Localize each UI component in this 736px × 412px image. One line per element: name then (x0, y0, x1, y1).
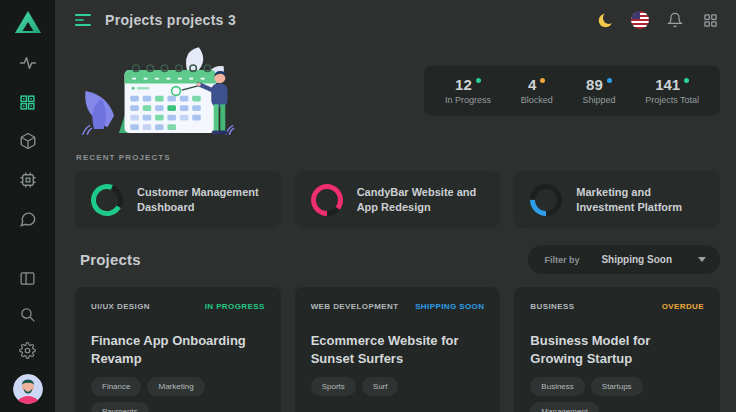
avatar-image (13, 374, 43, 404)
theme-toggle-button[interactable] (595, 10, 615, 30)
project-card[interactable]: WEB DEVELOPMENT SHIPPING SOON Ecommerce … (295, 287, 501, 412)
page-title: Projects projects 3 (105, 12, 236, 28)
calendar-illustration (75, 42, 237, 140)
main-content: Projects projects 3 (55, 0, 736, 412)
search-icon (19, 306, 36, 323)
app-logo[interactable] (14, 9, 42, 35)
recent-project-card[interactable]: Marketing and Investment Platform (514, 171, 720, 228)
sidebar-item-activity[interactable] (16, 51, 40, 75)
sidebar-item-search[interactable] (16, 302, 40, 326)
logo-triangle-icon (14, 9, 42, 35)
header-actions (595, 10, 720, 30)
apps-button[interactable] (700, 10, 720, 30)
project-title: Ecommerce Website for Sunset Surfers (311, 332, 485, 367)
chevron-down-icon (698, 257, 706, 262)
status-dot (476, 78, 481, 83)
stats-panel: 12 In Progress 4 Blocked 89 Shipped 141 … (424, 66, 720, 116)
recent-project-title: CandyBar Website and App Redesign (357, 185, 486, 215)
tag[interactable]: Surf (362, 377, 399, 396)
filter-label: Filter by (544, 255, 579, 265)
projects-heading: Projects (80, 251, 141, 268)
progress-ring (310, 183, 344, 217)
us-flag-icon (631, 11, 649, 29)
layout-panel-icon (19, 270, 36, 287)
stat-value: 89 (586, 76, 603, 93)
tag[interactable]: Sports (311, 377, 356, 396)
project-tags: Business Startups Management (530, 377, 704, 412)
dashboard-grid-icon (19, 94, 36, 111)
sidebar-bottom (13, 266, 43, 404)
project-status-badge: OVERDUE (662, 302, 704, 311)
recent-project-card[interactable]: Customer Management Dashboard (75, 171, 281, 228)
status-dot (684, 78, 689, 83)
project-card[interactable]: UI/UX DESIGN IN PROGRESS Finance App Onb… (75, 287, 281, 412)
recent-project-title: Customer Management Dashboard (137, 185, 266, 215)
project-status-badge: SHIPPING SOON (415, 302, 484, 311)
projects-grid: UI/UX DESIGN IN PROGRESS Finance App Onb… (75, 287, 720, 412)
cpu-chip-icon (19, 171, 37, 189)
tag[interactable]: Startups (591, 377, 643, 396)
stat-in-progress: 12 In Progress (445, 77, 491, 105)
stat-blocked: 4 Blocked (521, 77, 553, 105)
project-category: BUSINESS (530, 302, 574, 311)
tag[interactable]: Business (530, 377, 584, 396)
header: Projects projects 3 (75, 0, 720, 40)
tag[interactable]: Payments (91, 402, 149, 412)
projects-bar: Projects Filter by Shipping Soon (75, 245, 720, 274)
menu-icon (75, 14, 91, 16)
sidebar (0, 0, 55, 412)
stat-label: Shipped (582, 95, 615, 105)
stat-projects-total: 141 Projects Total (645, 77, 699, 105)
filter-dropdown[interactable]: Filter by Shipping Soon (528, 245, 720, 274)
sidebar-nav (16, 51, 40, 231)
stat-value: 4 (528, 76, 536, 93)
recent-project-title: Marketing and Investment Platform (576, 185, 705, 215)
project-tags: Sports Surf (311, 377, 485, 396)
recent-projects-row: Customer Management Dashboard CandyBar W… (75, 171, 720, 228)
project-card[interactable]: BUSINESS OVERDUE Business Model for Grow… (514, 287, 720, 412)
recent-projects-label: RECENT PROJECTS (76, 153, 720, 162)
recent-project-card[interactable]: CandyBar Website and App Redesign (295, 171, 501, 228)
sidebar-item-system[interactable] (16, 168, 40, 192)
apps-grid-icon (703, 13, 718, 28)
sidebar-item-settings[interactable] (16, 338, 40, 362)
tag[interactable]: Finance (91, 377, 141, 396)
hero-section: 12 In Progress 4 Blocked 89 Shipped 141 … (75, 42, 720, 140)
stat-label: In Progress (445, 95, 491, 105)
tag[interactable]: Management (530, 402, 599, 412)
filter-value: Shipping Soon (601, 254, 672, 265)
settings-gear-icon (19, 342, 36, 359)
progress-ring (90, 183, 124, 217)
stat-value: 141 (655, 76, 680, 93)
sidebar-item-layout[interactable] (16, 266, 40, 290)
project-tags: Finance Marketing Payments (91, 377, 265, 412)
project-title: Finance App Onboarding Revamp (91, 332, 265, 367)
progress-ring (529, 183, 563, 217)
package-cube-icon (19, 132, 37, 150)
project-status-badge: IN PROGRESS (205, 302, 265, 311)
sidebar-item-messages[interactable] (16, 207, 40, 231)
moon-icon (597, 12, 614, 29)
status-dot (607, 78, 612, 83)
language-button[interactable] (630, 10, 650, 30)
tag[interactable]: Marketing (147, 377, 204, 396)
project-category: UI/UX DESIGN (91, 302, 150, 311)
stat-value: 12 (455, 76, 472, 93)
menu-button[interactable] (75, 14, 91, 26)
bell-icon (667, 12, 683, 28)
user-avatar[interactable] (13, 374, 43, 404)
chat-bubble-icon (19, 210, 37, 228)
stat-label: Projects Total (645, 95, 699, 105)
project-category: WEB DEVELOPMENT (311, 302, 399, 311)
project-title: Business Model for Growing Startup (530, 332, 704, 367)
sidebar-item-packages[interactable] (16, 129, 40, 153)
stat-label: Blocked (521, 95, 553, 105)
notifications-button[interactable] (665, 10, 685, 30)
sidebar-item-dashboard[interactable] (16, 90, 40, 114)
activity-icon (19, 54, 37, 72)
status-dot (540, 78, 545, 83)
stat-shipped: 89 Shipped (582, 77, 615, 105)
